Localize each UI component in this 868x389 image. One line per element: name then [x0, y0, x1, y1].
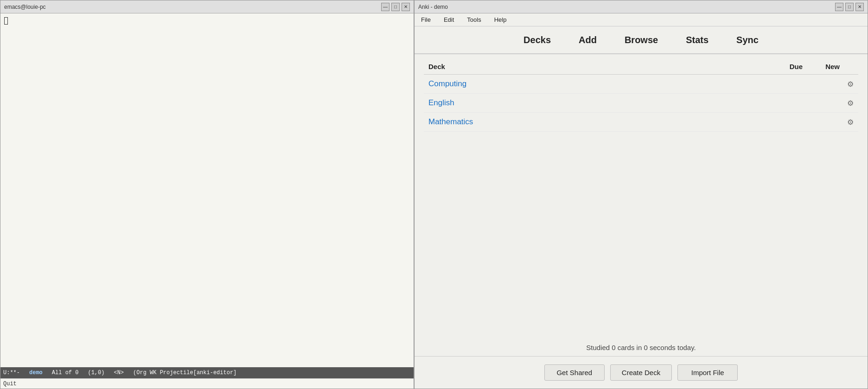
table-row: Computing ⚙	[424, 75, 858, 94]
col-header-new: New	[803, 63, 840, 70]
menu-tools[interactable]: Tools	[464, 15, 484, 24]
col-header-deck: Deck	[428, 63, 766, 70]
toolbar-sync-button[interactable]: Sync	[732, 33, 763, 47]
anki-minimize-button[interactable]: —	[835, 3, 843, 11]
anki-title: Anki - demo	[418, 4, 448, 10]
emacs-quit-label: Quit	[3, 381, 17, 387]
emacs-window: emacs@louie-pc — □ ✕ U:**- demo All of 0…	[0, 0, 414, 389]
anki-menubar: File Edit Tools Help	[415, 13, 868, 26]
emacs-status-mode-info: (Org WK Projectile[anki-editor]	[133, 370, 236, 376]
emacs-status-cursor: (1,0)	[88, 370, 104, 376]
anki-titlebar-buttons: — □ ✕	[835, 3, 864, 11]
emacs-content-area	[0, 13, 414, 367]
emacs-minimize-button[interactable]: —	[381, 3, 389, 11]
anki-toolbar: Decks Add Browse Stats Sync	[415, 26, 868, 54]
toolbar-decks-button[interactable]: Decks	[519, 33, 555, 47]
import-file-button[interactable]: Import File	[677, 364, 738, 381]
create-deck-button[interactable]: Create Deck	[610, 364, 672, 381]
col-header-due: Due	[766, 63, 803, 70]
menu-help[interactable]: Help	[491, 15, 510, 24]
emacs-status-extra: <N>	[114, 370, 124, 376]
emacs-status-mode: U:**-	[3, 370, 20, 376]
emacs-title: emacs@louie-pc	[4, 4, 46, 10]
deck-list: Computing ⚙ English ⚙ Mathematics ⚙	[424, 75, 858, 330]
emacs-close-button[interactable]: ✕	[402, 3, 410, 11]
emacs-statusbar: U:**- demo All of 0 (1,0) <N> (Org WK Pr…	[0, 367, 414, 378]
toolbar-stats-button[interactable]: Stats	[681, 33, 713, 47]
deck-name-computing[interactable]: Computing	[428, 79, 766, 89]
get-shared-button[interactable]: Get Shared	[544, 364, 605, 381]
anki-close-button[interactable]: ✕	[855, 3, 864, 11]
emacs-maximize-button[interactable]: □	[391, 3, 400, 11]
anki-window: Anki - demo — □ ✕ File Edit Tools Help D…	[414, 0, 868, 389]
deck-table-header: Deck Due New	[424, 59, 858, 75]
table-row: Mathematics ⚙	[424, 113, 858, 132]
table-row: English ⚙	[424, 94, 858, 113]
emacs-titlebar-buttons: — □ ✕	[381, 3, 410, 11]
anki-maximize-button[interactable]: □	[845, 3, 854, 11]
toolbar-add-button[interactable]: Add	[574, 33, 601, 47]
emacs-bottombar: Quit	[0, 378, 414, 389]
toolbar-browse-button[interactable]: Browse	[620, 33, 663, 47]
menu-edit[interactable]: Edit	[441, 15, 457, 24]
emacs-cursor	[4, 17, 8, 25]
emacs-titlebar: emacs@louie-pc — □ ✕	[0, 0, 414, 13]
deck-gear-english[interactable]: ⚙	[840, 99, 854, 108]
menu-file[interactable]: File	[418, 15, 434, 24]
anki-footer: Get Shared Create Deck Import File	[415, 356, 868, 389]
studied-text: Studied 0 cards in 0 seconds today.	[424, 344, 858, 351]
deck-name-mathematics[interactable]: Mathematics	[428, 117, 766, 127]
emacs-status-buffer: demo	[29, 370, 43, 376]
deck-gear-computing[interactable]: ⚙	[840, 80, 854, 89]
anki-main-area: Deck Due New Computing ⚙ English ⚙ Mathe…	[415, 54, 868, 356]
deck-name-english[interactable]: English	[428, 98, 766, 108]
anki-titlebar: Anki - demo — □ ✕	[415, 0, 868, 13]
emacs-status-position: All of 0	[52, 370, 79, 376]
deck-gear-mathematics[interactable]: ⚙	[840, 118, 854, 127]
